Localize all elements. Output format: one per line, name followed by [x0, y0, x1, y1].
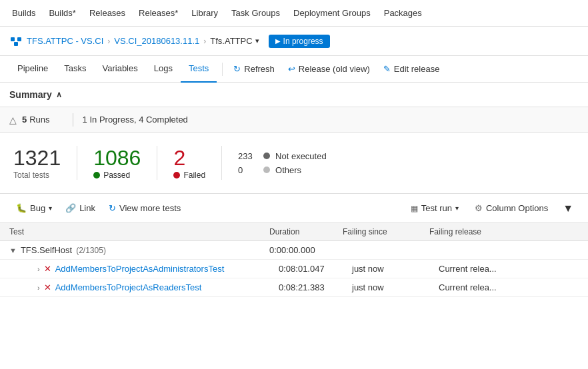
breadcrumb-current: Tfs.ATTPC: [210, 36, 252, 46]
fail-x-icon: ✕: [44, 264, 51, 274]
failed-status: Failed: [173, 171, 205, 180]
others-dot: [263, 167, 270, 173]
not-executed-dot: [263, 153, 270, 159]
breadcrumb-sep1: ›: [107, 37, 110, 46]
col-test-header: Test: [9, 227, 269, 236]
table-row: ▼ TFS.SelfHost (2/1305) 0:00:00.000: [0, 241, 588, 260]
group-detail: (2/1305): [76, 246, 106, 255]
summary-bar: Summary ∧: [0, 83, 588, 107]
link-icon: 🔗: [65, 203, 76, 213]
total-number: 1321: [13, 146, 61, 171]
duration-cell-1: 0:08:01.047: [279, 264, 352, 274]
bug-caret: ▾: [49, 204, 52, 212]
breadcrumb-sep2: ›: [203, 37, 206, 46]
svg-rect-1: [17, 37, 21, 41]
row-expand-icon-2[interactable]: ›: [37, 284, 40, 292]
stat-passed: 1086 Passed: [77, 146, 157, 180]
test-name-2[interactable]: AddMembersToProjectAsReadersTest: [55, 282, 202, 292]
others-row: 0 Others: [238, 165, 327, 175]
column-options-icon: ⚙: [475, 203, 483, 213]
breadcrumb-bar: TFS.ATTPC - VS.CI › VS.CI_20180613.11.1 …: [0, 27, 588, 56]
refresh-action[interactable]: ↻ Refresh: [227, 64, 281, 74]
runs-bar: △ 5 Runs 1 In Progress, 4 Completed: [0, 107, 588, 133]
table-body: ▼ TFS.SelfHost (2/1305) 0:00:00.000 › ✕ …: [0, 241, 588, 297]
filter-icon[interactable]: ▼: [557, 200, 579, 217]
col-test-cell: ▼ TFS.SelfHost (2/1305): [9, 245, 269, 255]
nav-task-groups[interactable]: Task Groups: [225, 0, 287, 27]
passed-dot: [93, 172, 100, 179]
nav-releases[interactable]: Releases: [83, 0, 132, 27]
actions-right: ▦ Test run ▾ ⚙ Column Options ▼: [404, 200, 579, 217]
col-duration-header: Duration: [269, 227, 343, 236]
runs-label: Runs: [29, 115, 49, 125]
refresh-small-icon: ↻: [109, 203, 116, 213]
column-options-button[interactable]: ⚙ Column Options: [468, 200, 555, 216]
failing-release-cell-1: Current relea...: [439, 264, 579, 274]
nav-builds-star[interactable]: Builds*: [42, 0, 82, 27]
bug-button[interactable]: 🐛 Bug ▾: [9, 200, 59, 216]
nav-library[interactable]: Library: [185, 0, 225, 27]
runs-status: 1 In Progress, 4 Completed: [83, 115, 188, 125]
group-expand-icon[interactable]: ▼: [9, 246, 17, 254]
tab-logs[interactable]: Logs: [146, 56, 181, 83]
pipeline-icon: [9, 35, 23, 48]
stat-other: 233 Not executed 0 Others: [222, 151, 343, 175]
refresh-icon: ↻: [233, 64, 241, 74]
link-button[interactable]: 🔗 Link: [59, 200, 102, 216]
sub-nav: Pipeline Tasks Variables Logs Tests ↻ Re…: [0, 56, 588, 83]
row-expand-icon[interactable]: ›: [37, 265, 40, 273]
edit-icon: ✎: [383, 64, 391, 74]
test-name-1[interactable]: AddMembersToProjectAsAdministratorsTest: [55, 264, 225, 274]
failed-number: 2: [173, 146, 205, 171]
others-count: 0: [238, 165, 258, 175]
test-run-button[interactable]: ▦ Test run ▾: [404, 200, 465, 216]
old-view-icon: ↩: [288, 64, 295, 74]
view-more-tests-button[interactable]: ↻ View more tests: [102, 200, 187, 216]
others-label: Others: [275, 165, 301, 175]
test-run-icon: ▦: [411, 204, 418, 213]
nav-packages[interactable]: Packages: [377, 0, 429, 27]
nav-builds[interactable]: Builds: [5, 0, 42, 27]
summary-title[interactable]: Summary ∧: [9, 89, 62, 100]
nav-releases-star[interactable]: Releases*: [132, 0, 185, 27]
runs-triangle-icon: △: [9, 115, 17, 125]
not-executed-row: 233 Not executed: [238, 151, 327, 161]
duration-cell-2: 0:08:21.383: [279, 282, 352, 292]
runs-divider: [73, 113, 73, 127]
tab-tasks[interactable]: Tasks: [56, 56, 94, 83]
col-test-cell: › ✕ AddMembersToProjectAsAdministratorsT…: [19, 264, 279, 274]
failing-release-cell-2: Current relea...: [439, 282, 579, 292]
breadcrumb-org[interactable]: TFS.ATTPC - VS.CI: [27, 36, 103, 46]
tab-tests[interactable]: Tests: [181, 56, 217, 83]
failed-dot: [173, 172, 180, 179]
actions-bar: 🐛 Bug ▾ 🔗 Link ↻ View more tests ▦ Test …: [0, 194, 588, 223]
test-run-caret: ▾: [455, 204, 459, 212]
nav-deployment-groups[interactable]: Deployment Groups: [287, 0, 377, 27]
svg-rect-2: [14, 42, 18, 46]
group-duration-cell: 0:00:00.000: [269, 245, 343, 255]
stat-failed: 2 Failed: [157, 146, 222, 180]
svg-rect-0: [11, 37, 15, 41]
old-view-action[interactable]: ↩ Release (old view): [281, 64, 377, 74]
summary-chevron: ∧: [56, 90, 62, 99]
fail-x-icon-2: ✕: [44, 282, 51, 292]
top-nav: Builds Builds* Releases Releases* Librar…: [0, 0, 588, 27]
table-row: › ✕ AddMembersToProjectAsReadersTest 0:0…: [0, 278, 588, 297]
tab-pipeline[interactable]: Pipeline: [9, 56, 56, 83]
table-row: › ✕ AddMembersToProjectAsAdministratorsT…: [0, 260, 588, 278]
bug-icon: 🐛: [16, 203, 27, 213]
breadcrumb-dropdown[interactable]: ▾: [255, 37, 259, 45]
not-executed-label: Not executed: [275, 151, 327, 161]
passed-status: Passed: [93, 171, 141, 180]
breadcrumb-release[interactable]: VS.CI_20180613.11.1: [114, 36, 199, 46]
not-executed-count: 233: [238, 151, 258, 161]
col-failing-release-header: Failing release: [429, 227, 579, 236]
col-test-cell: › ✕ AddMembersToProjectAsReadersTest: [19, 282, 279, 292]
edit-release-action[interactable]: ✎ Edit release: [377, 64, 447, 74]
tab-variables[interactable]: Variables: [95, 56, 146, 83]
group-test-name: TFS.SelfHost: [21, 245, 72, 255]
failing-since-cell-1: just now: [352, 264, 439, 274]
col-failing-since-header: Failing since: [343, 227, 429, 236]
sub-nav-divider: [222, 63, 223, 76]
runs-count: 5: [22, 115, 27, 125]
